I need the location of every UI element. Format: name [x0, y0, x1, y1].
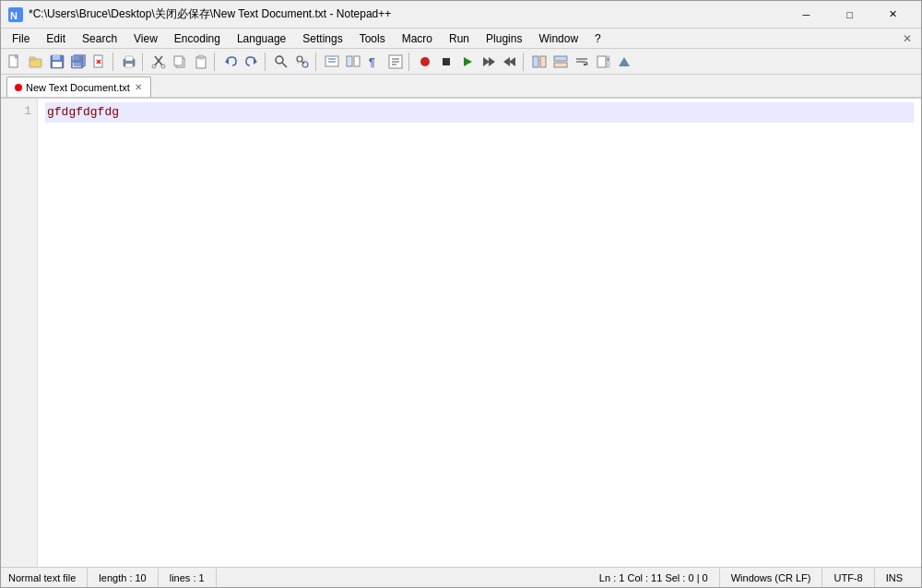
menu-view[interactable]: View	[126, 30, 165, 47]
toolbar-btn-a[interactable]	[322, 52, 342, 72]
editor-container: 1 gfdgfdgfdg	[1, 99, 921, 567]
svg-rect-7	[53, 55, 60, 60]
toolbar-cut-button[interactable]	[148, 52, 169, 72]
svg-rect-46	[443, 58, 450, 65]
toolbar-rec-button[interactable]	[415, 52, 435, 72]
toolbar-back-button[interactable]	[500, 52, 520, 72]
toolbar-fwd-button[interactable]	[479, 52, 499, 72]
close-button[interactable]: ✕	[872, 6, 914, 24]
menu-settings[interactable]: Settings	[295, 30, 349, 47]
editor-content[interactable]: gfdgfdgfdg	[38, 99, 921, 567]
status-bar: Normal text file length : 10 lines : 1 L…	[1, 567, 921, 587]
tab-close-button[interactable]: ✕	[134, 82, 143, 92]
toolbar-sep-2	[142, 53, 146, 71]
menu-bar: File Edit Search View Encoding Language …	[1, 29, 921, 49]
toolbar-wordwrap-button[interactable]	[572, 52, 592, 72]
svg-marker-47	[464, 57, 472, 66]
menu-encoding[interactable]: Encoding	[167, 30, 228, 47]
toolbar-up-button[interactable]	[614, 52, 634, 72]
svg-rect-53	[540, 56, 546, 67]
status-file-type: Normal text file	[8, 568, 88, 587]
line-numbers: 1	[1, 99, 38, 567]
svg-rect-12	[74, 54, 86, 66]
toolbar-paste-button[interactable]	[191, 52, 211, 72]
menu-plugins[interactable]: Plugins	[479, 30, 529, 47]
status-length: length : 10	[88, 568, 158, 587]
svg-point-33	[302, 62, 308, 67]
menu-file[interactable]: File	[5, 30, 37, 47]
toolbar-icon-a	[325, 54, 339, 69]
svg-text:N: N	[10, 10, 18, 21]
svg-rect-39	[354, 56, 360, 66]
toolbar-map-button[interactable]	[593, 52, 613, 72]
toolbar-open-button[interactable]	[26, 52, 46, 72]
svg-marker-49	[489, 57, 495, 66]
toolbar-sync-h-button[interactable]	[550, 52, 571, 72]
toolbar-sep-6	[408, 53, 412, 71]
status-position: Ln : 1 Col : 11 Sel : 0 | 0	[588, 568, 720, 587]
editor-line-1[interactable]: gfdgfdgfdg	[45, 102, 914, 123]
svg-marker-51	[503, 57, 510, 66]
toolbar-new-button[interactable]	[5, 52, 25, 72]
document-tab[interactable]: New Text Document.txt ✕	[6, 76, 151, 97]
print-icon	[122, 54, 136, 69]
menu-window[interactable]: Window	[531, 30, 585, 47]
wordwrap-icon	[574, 54, 589, 69]
svg-point-31	[297, 56, 302, 62]
save-icon	[50, 54, 65, 69]
toolbar-btn-c[interactable]: ¶	[364, 52, 384, 72]
toolbar-icon-d	[388, 54, 403, 69]
toolbar-btn-b[interactable]	[343, 52, 363, 72]
copy-icon	[172, 54, 187, 69]
toolbar-save-button[interactable]	[47, 52, 67, 72]
status-encoding: UTF-8	[822, 568, 874, 587]
toolbar-undo-button[interactable]	[220, 52, 241, 72]
tab-modified-dot	[15, 84, 22, 91]
menu-tools[interactable]: Tools	[352, 30, 393, 47]
undo-icon	[223, 54, 238, 69]
svg-marker-62	[619, 57, 630, 66]
minimize-button[interactable]: ─	[786, 6, 827, 24]
svg-rect-17	[125, 56, 133, 61]
toolbar-sep-1	[112, 53, 116, 71]
status-lines: lines : 1	[159, 568, 217, 587]
svg-point-21	[152, 65, 156, 68]
svg-rect-61	[608, 58, 609, 61]
menu-run[interactable]: Run	[442, 30, 477, 47]
redo-icon	[244, 54, 259, 69]
menu-close-icon[interactable]: ✕	[897, 30, 917, 47]
toolbar: ¶	[1, 49, 921, 75]
svg-marker-48	[483, 57, 490, 66]
toolbar-find-button[interactable]	[271, 52, 291, 72]
toolbar-save-all-button[interactable]	[68, 52, 89, 72]
svg-rect-24	[174, 56, 183, 65]
menu-search[interactable]: Search	[75, 30, 124, 47]
stop-icon	[439, 54, 454, 69]
svg-point-29	[276, 56, 283, 64]
svg-rect-8	[53, 62, 62, 67]
window-title: *C:\Users\Bruce\Desktop\关闭必保存\New Text D…	[29, 6, 786, 22]
record-icon	[418, 54, 432, 69]
find-icon	[274, 54, 289, 69]
menu-edit[interactable]: Edit	[39, 30, 73, 47]
toolbar-redo-button[interactable]	[242, 52, 262, 72]
svg-rect-18	[125, 64, 133, 67]
toolbar-play-button[interactable]	[457, 52, 478, 72]
toolbar-copy-button[interactable]	[170, 52, 190, 72]
title-bar: N *C:\Users\Bruce\Desktop\关闭必保存\New Text…	[1, 1, 921, 29]
menu-macro[interactable]: Macro	[395, 30, 440, 47]
maximize-button[interactable]: □	[829, 6, 870, 24]
toolbar-replace-button[interactable]	[292, 52, 313, 72]
toolbar-icon-b	[346, 54, 361, 69]
toolbar-sync-v-button[interactable]	[529, 52, 550, 72]
toolbar-btn-d[interactable]	[385, 52, 406, 72]
menu-help[interactable]: ?	[587, 30, 609, 47]
menu-language[interactable]: Language	[230, 30, 293, 47]
toolbar-print-button[interactable]	[119, 52, 139, 72]
up-icon	[617, 54, 632, 69]
svg-rect-5	[30, 57, 35, 60]
toolbar-close-button[interactable]	[89, 52, 110, 72]
toolbar-stop-button[interactable]	[436, 52, 456, 72]
line-number-1: 1	[6, 102, 31, 121]
toolbar-sep-5	[315, 53, 319, 71]
